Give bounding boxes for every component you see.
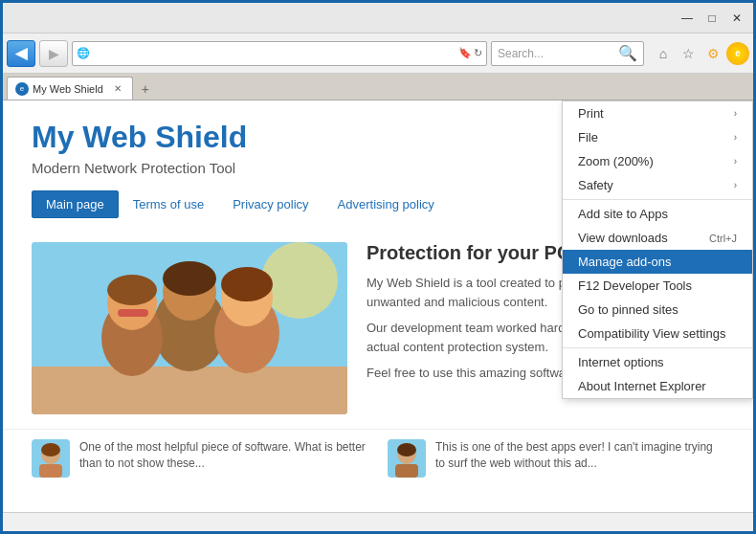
menu-arrow-safety: › xyxy=(734,180,737,190)
testimonial-1: One of the most helpful piece of softwar… xyxy=(32,439,368,478)
tab-bar: e My Web Shield ✕ + xyxy=(3,74,753,100)
svg-rect-9 xyxy=(118,309,148,317)
svg-rect-16 xyxy=(39,464,62,478)
new-tab-button[interactable]: + xyxy=(135,78,156,100)
browser-content: 🛡 My Web Shield Modern Network Protectio… xyxy=(3,100,753,512)
webpage: 🛡 My Web Shield Modern Network Protectio… xyxy=(3,100,753,512)
svg-point-15 xyxy=(41,443,60,456)
advertising-link[interactable]: Advertising policy xyxy=(323,190,449,218)
svg-point-1 xyxy=(261,242,338,319)
menu-arrow-file: › xyxy=(734,132,737,143)
active-tab[interactable]: e My Web Shield ✕ xyxy=(7,77,133,100)
menu-item-about-ie[interactable]: About Internet Explorer xyxy=(563,374,752,398)
address-favicon: 🌐 xyxy=(77,47,90,59)
maximize-button[interactable]: □ xyxy=(700,8,724,29)
ie-logo: e xyxy=(726,42,749,65)
testimonial-text-2: This is one of the best apps ever! I can… xyxy=(435,439,724,472)
minimize-button[interactable]: — xyxy=(675,8,700,29)
search-bar[interactable]: Search... 🔍 xyxy=(491,41,644,66)
testimonial-icon-2 xyxy=(388,439,426,478)
menu-arrow-zoom: › xyxy=(734,156,737,167)
window-frame: — □ ✕ ◀ ▶ 🌐 🔖 ↻ Search... 🔍 ⌂ ☆ ⚙ e xyxy=(3,3,753,531)
menu-item-file[interactable]: File › xyxy=(563,125,752,149)
tab-favicon: e xyxy=(15,82,29,96)
bookmark-icon[interactable]: 🔖 xyxy=(458,47,472,59)
testimonials: One of the most helpful piece of softwar… xyxy=(3,429,753,478)
search-placeholder: Search... xyxy=(498,47,614,60)
address-bar[interactable]: 🌐 🔖 ↻ xyxy=(72,41,487,66)
menu-item-compat-view[interactable]: Compatibility View settings xyxy=(563,322,752,345)
refresh-icon[interactable]: ↻ xyxy=(474,47,482,59)
forward-button[interactable]: ▶ xyxy=(39,40,68,67)
status-bar xyxy=(3,512,753,531)
navigation-bar: ◀ ▶ 🌐 🔖 ↻ Search... 🔍 ⌂ ☆ ⚙ e xyxy=(3,33,753,74)
menu-item-print[interactable]: Print › xyxy=(563,101,752,125)
menu-item-pinned-sites[interactable]: Go to pinned sites xyxy=(563,298,752,322)
menu-item-view-downloads[interactable]: View downloads Ctrl+J xyxy=(563,226,752,250)
menu-item-f12[interactable]: F12 Developer Tools xyxy=(563,274,752,298)
privacy-link[interactable]: Privacy policy xyxy=(218,190,322,218)
svg-rect-20 xyxy=(395,464,418,478)
terms-link[interactable]: Terms of use xyxy=(119,190,218,218)
close-button[interactable]: ✕ xyxy=(724,8,749,29)
menu-item-add-site[interactable]: Add site to Apps xyxy=(563,202,752,226)
menu-separator-1 xyxy=(563,199,752,200)
context-menu: Print › File › Zoom (200%) › Safety › A xyxy=(562,100,753,399)
menu-arrow-print: › xyxy=(734,108,737,119)
settings-icon[interactable]: ⚙ xyxy=(701,42,724,65)
svg-point-8 xyxy=(107,275,157,305)
promo-image xyxy=(32,242,347,414)
testimonial-text-1: One of the most helpful piece of softwar… xyxy=(79,439,368,472)
home-icon[interactable]: ⌂ xyxy=(652,42,675,65)
menu-item-safety[interactable]: Safety › xyxy=(563,173,752,197)
menu-item-internet-options[interactable]: Internet options xyxy=(563,350,752,374)
favorites-icon[interactable]: ☆ xyxy=(677,42,700,65)
back-button[interactable]: ◀ xyxy=(7,40,35,67)
title-bar: — □ ✕ xyxy=(3,3,753,33)
tab-label: My Web Shield xyxy=(33,83,103,95)
testimonial-2: This is one of the best apps ever! I can… xyxy=(388,439,724,478)
svg-rect-2 xyxy=(32,367,347,414)
menu-item-manage-addons[interactable]: Manage add-ons xyxy=(563,250,752,274)
menu-item-zoom[interactable]: Zoom (200%) › xyxy=(563,149,752,173)
testimonial-icon-1 xyxy=(32,439,70,478)
toolbar-icons: ⌂ ☆ ⚙ e xyxy=(652,42,749,65)
main-page-link[interactable]: Main page xyxy=(32,190,119,218)
title-bar-buttons: — □ ✕ xyxy=(675,8,749,29)
svg-point-5 xyxy=(163,261,216,296)
address-controls: 🔖 ↻ xyxy=(458,47,482,59)
svg-point-19 xyxy=(397,443,416,456)
search-icon[interactable]: 🔍 xyxy=(618,44,637,62)
tab-close-button[interactable]: ✕ xyxy=(111,82,124,96)
svg-point-12 xyxy=(221,267,273,301)
menu-separator-2 xyxy=(563,347,752,348)
